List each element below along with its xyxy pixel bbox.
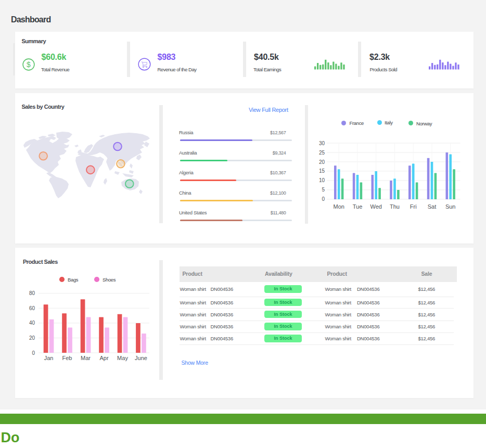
svg-text:0: 0	[322, 196, 325, 202]
svg-text:20: 20	[29, 335, 35, 341]
svg-text:Sun: Sun	[445, 203, 456, 210]
svg-text:June: June	[135, 355, 147, 361]
svg-text:Mar: Mar	[81, 355, 91, 361]
svg-text:20: 20	[319, 159, 325, 165]
svg-text:Apr: Apr	[99, 355, 108, 361]
svg-text:Mon: Mon	[333, 203, 344, 210]
svg-text:15: 15	[319, 168, 325, 174]
svg-text:Feb: Feb	[62, 355, 72, 361]
svg-text:May: May	[117, 355, 128, 361]
svg-text:Jan: Jan	[44, 355, 54, 361]
svg-text:30: 30	[319, 140, 325, 146]
svg-text:Tue: Tue	[353, 203, 363, 210]
svg-text:Thu: Thu	[390, 203, 400, 210]
svg-text:0: 0	[32, 350, 35, 356]
svg-text:Wed: Wed	[370, 203, 381, 210]
svg-text:Sat: Sat	[428, 203, 437, 210]
svg-text:Fri: Fri	[410, 203, 417, 210]
svg-text:25: 25	[319, 150, 325, 156]
svg-text:10: 10	[319, 177, 325, 183]
svg-text:$: $	[27, 60, 31, 69]
svg-text:40: 40	[29, 320, 35, 326]
svg-text:60: 60	[29, 305, 35, 311]
svg-text:80: 80	[29, 290, 35, 296]
svg-text:5: 5	[322, 187, 325, 193]
